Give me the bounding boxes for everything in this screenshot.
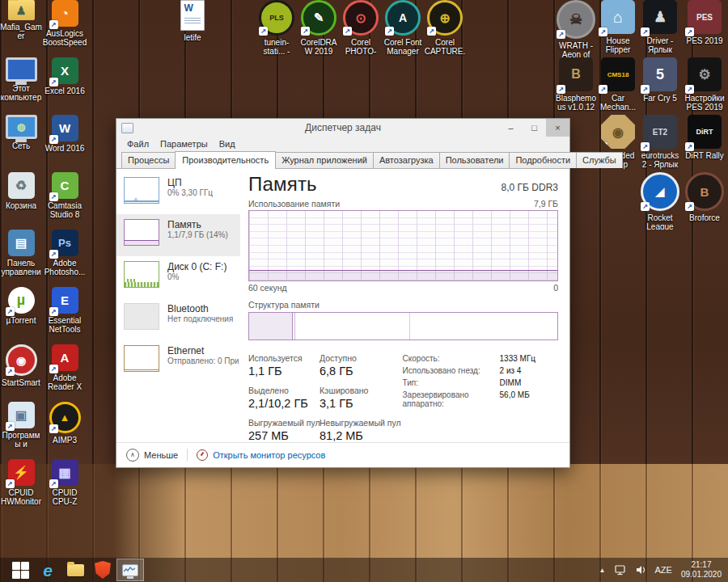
desktop-icon-far-cry-5[interactable]: 5↗Far Cry 5	[639, 57, 681, 115]
desktop-icon-boostspeed[interactable]: ◔↗AusLogics BoostSpeed	[42, 0, 87, 57]
desktop-icon-corel-photo-paint[interactable]: ⊙↗Corel PHOTO-P...	[340, 0, 382, 57]
desktop-icon-label: µTorrent	[0, 316, 42, 325]
desktop-icon-camtasia[interactable]: C↗Camtasia Studio 8	[42, 172, 87, 230]
tab-app-history[interactable]: Журнал приложений	[275, 152, 374, 168]
desktop-icon-adobe-reader[interactable]: A↗Adobe Reader X	[42, 344, 87, 402]
task-manager-taskbar-button[interactable]	[116, 559, 144, 581]
desktop-icon-house-flipper[interactable]: ⌂↗House Flipper	[597, 0, 639, 57]
stat-label: Кэшировано	[320, 386, 401, 395]
desktop-icon-pes-2019[interactable]: PES↗PES 2019	[681, 0, 728, 57]
desktop-icon-mafia-gamer-folder[interactable]: ♟Mafia_Gamer	[0, 0, 42, 57]
title-bar[interactable]: Диспетчер задач – □ ×	[116, 119, 569, 137]
sidebar-item-ethernet[interactable]: EthernetОтправлено: 0 Принят	[116, 340, 240, 382]
axis-right-label: 0	[553, 283, 558, 293]
sidebar-item-disk0[interactable]: Диск 0 (C: F:)0%	[116, 256, 240, 298]
start-button[interactable]	[6, 559, 34, 581]
sidebar-item-cpu[interactable]: ЦП0% 3,30 ГГц	[116, 172, 240, 214]
desktop-icon-label: House Flipper	[597, 36, 639, 54]
desktop-icon-cpu-z[interactable]: ▦↗CPUID CPU-Z	[42, 459, 87, 517]
desktop-icon-label: Этот компьютер	[0, 84, 42, 102]
desktop-icon-car-mechanic[interactable]: CMS18↗Car Mechan...	[597, 57, 639, 115]
boostspeed-icon: ◔↗	[52, 0, 78, 27]
menu-item-file[interactable]: Файл	[121, 139, 154, 149]
stat-value: 1,1 ГБ	[248, 365, 315, 377]
desktop-icon-control-panel[interactable]: ▤Панель управления	[0, 230, 42, 287]
composition-in-use-segment	[249, 313, 293, 340]
desktop-icon-aimp3[interactable]: ▲↗AIMP3	[42, 402, 87, 459]
desktop-icon-driver[interactable]: ♟↗Driver - Ярлык	[639, 0, 681, 57]
desktop-icon-network[interactable]: ◍Сеть	[0, 115, 42, 172]
sidebar-item-title: Ethernet	[167, 345, 239, 356]
desktop-icon-excel[interactable]: X↗Excel 2016	[42, 57, 87, 115]
tab-processes[interactable]: Процессы	[121, 152, 176, 168]
tray-expand-icon[interactable]: ▲	[599, 567, 606, 574]
desktop-icon-wrath[interactable]: ☠↗WRATH - Aeon of Ruin	[555, 0, 597, 57]
minimize-button[interactable]: –	[499, 119, 523, 137]
stat-label: Невыгружаемый пул	[320, 418, 401, 428]
detail-value: DIMM	[500, 378, 522, 387]
desktop-icon-rocket-league[interactable]: ◢↗Rocket League	[639, 172, 681, 230]
shortcut-arrow-icon: ↗	[6, 307, 15, 316]
stat-label: Используется	[248, 353, 315, 363]
file-explorer-button[interactable]	[61, 559, 89, 581]
tab-details[interactable]: Подробности	[509, 152, 577, 168]
desktop-icon-blasphemous[interactable]: B↗Blasphemous v1.0.12	[555, 57, 597, 115]
desktop-icon-programs-features[interactable]: ▣↗Программы и компоне...	[0, 402, 42, 459]
aimp3-icon: ▲↗	[49, 402, 81, 433]
shortcut-arrow-icon: ↗	[49, 78, 58, 86]
sidebar-item-subtitle: 0% 3,30 ГГц	[167, 188, 213, 198]
ie-icon: e	[43, 562, 53, 579]
shortcut-arrow-icon: ↗	[385, 27, 394, 36]
close-button[interactable]: ×	[546, 119, 569, 137]
desktop-icon-recycle-bin[interactable]: ♻Корзина	[0, 172, 42, 230]
shortcut-arrow-icon: ↗	[49, 192, 58, 201]
memory-stat: Кэшировано3,1 ГБ	[320, 386, 401, 410]
stat-value: 257 МБ	[248, 429, 315, 442]
tab-users[interactable]: Пользователи	[439, 152, 510, 168]
brave-button[interactable]	[89, 559, 116, 581]
desktop-icon-broforce[interactable]: B↗Broforce	[681, 172, 728, 230]
desktop-icon-label: letife	[171, 33, 214, 42]
desktop-icon-dirt-rally[interactable]: DiRT↗DiRT Rally	[681, 115, 728, 172]
desktop-icons-right-col4: PES↗PES 2019⚙↗Настройки PES 2019DiRT↗DiR…	[681, 0, 728, 230]
memory-thumbnail-icon	[124, 219, 159, 246]
language-indicator[interactable]: AZE	[655, 565, 672, 575]
task-manager-icon	[122, 564, 138, 576]
menu-bar: ФайлПараметрыВид	[116, 137, 569, 151]
tab-services[interactable]: Службы	[576, 152, 623, 168]
fewer-details-button[interactable]: ∧ Меньше	[126, 449, 178, 462]
tab-startup[interactable]: Автозагрузка	[373, 152, 440, 168]
internet-explorer-button[interactable]: e	[34, 559, 61, 581]
sidebar-item-bluetooth[interactable]: BluetoothНет подключения	[116, 298, 240, 340]
stat-label: Доступно	[320, 353, 401, 363]
tab-performance[interactable]: Производительность	[175, 151, 276, 169]
desktop-icon-nettools[interactable]: E↗Essential NetTools	[42, 287, 87, 344]
desktop-icon-corel-font-manager[interactable]: A↗Corel Font Manager 2...	[382, 0, 424, 57]
desktop-icon-utorrent[interactable]: µ↗µTorrent	[0, 287, 42, 344]
network-tray-icon[interactable]	[615, 565, 627, 576]
desktop-icon-label: eurotrucks2 - Ярлык	[639, 151, 681, 169]
desktop-icon-letife-doc[interactable]: Wletife	[171, 0, 214, 57]
desktop-icon-this-pc[interactable]: Этот компьютер	[0, 57, 42, 115]
desktop-icon-photoshop[interactable]: Ps↗Adobe Photosho...	[42, 230, 87, 287]
open-resource-monitor-link[interactable]: Открыть монитор ресурсов	[197, 449, 325, 461]
maximize-button[interactable]: □	[523, 119, 546, 137]
desktop-icon-word[interactable]: W↗Word 2016	[42, 115, 87, 172]
desktop-icon-corel-capture[interactable]: ⊕↗Corel CAPTURE...	[424, 0, 466, 57]
shortcut-arrow-icon: ↗	[301, 27, 310, 36]
desktop-icon-tunein[interactable]: PLS↗tunein-stati... - Ярлык	[256, 0, 298, 57]
volume-tray-icon[interactable]	[636, 565, 646, 575]
desktop-icon-startsmart[interactable]: ◉↗StartSmart	[0, 344, 42, 402]
desktop-icons-top-single: Wletife	[171, 0, 214, 57]
menu-item-options[interactable]: Параметры	[154, 139, 214, 149]
desktop-icon-hwmonitor[interactable]: ⚡↗CPUID HWMonitor	[0, 459, 42, 517]
sidebar-item-memory[interactable]: Память1,1/7,9 ГБ (14%)	[116, 214, 240, 256]
desktop-icon-euro-truck-simulator-2[interactable]: ET2↗eurotrucks2 - Ярлык	[639, 115, 681, 172]
desktop-icon-label: Blasphemous v1.0.12	[555, 94, 597, 112]
menu-item-view[interactable]: Вид	[214, 139, 241, 149]
desktop-icon-coreldraw[interactable]: ✎↗CorelDRAW 2019 (64-Bit)	[298, 0, 340, 57]
hwmonitor-icon: ⚡↗	[8, 459, 35, 486]
desktop-icon-pes-2019-settings[interactable]: ⚙↗Настройки PES 2019	[681, 57, 728, 115]
tray-clock[interactable]: 21:17 09.01.2020	[681, 560, 722, 580]
this-pc-icon	[6, 57, 37, 82]
